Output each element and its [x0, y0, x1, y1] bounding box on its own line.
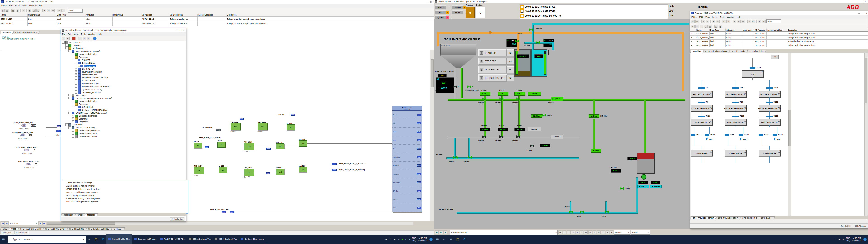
dwin-tab-function blocks[interactable]: Function Blocks — [729, 50, 747, 53]
sfc-transition[interactable] — [691, 134, 695, 135]
wp-toolbar-icon-8[interactable]: ◫ — [593, 231, 596, 234]
cb-tree-label[interactable]: Programs — [79, 121, 88, 123]
cb-tree-item[interactable]: +System - (CRUSHER1.Slow) — [61, 109, 185, 111]
dwin-grid-cell[interactable]: ADT1.0.11.1 — [754, 39, 767, 43]
dwin-sfc-toolbar-icon-4[interactable]: ▣ — [708, 25, 712, 28]
dwin-grid-cell[interactable]: bool — [710, 43, 725, 47]
cb-toolbar-icon-0[interactable]: ▢ — [62, 37, 65, 40]
dwin-grid-cell[interactable]: 1 — [690, 32, 696, 35]
dwin-grid-cell[interactable]: 4 — [690, 43, 696, 47]
taskbar-app-button[interactable]: Diagram - ADT_Ap... — [132, 234, 158, 244]
wp-toolbar-icon-6[interactable]: ▦ — [584, 231, 588, 234]
cb-tree-item[interactable]: +FlushingTanklevelcont — [61, 70, 185, 73]
fbd-tag[interactable]: false — [266, 148, 271, 150]
valve-icon-yv033[interactable] — [468, 156, 472, 159]
cb-tree-item[interactable]: +Libraries — [61, 44, 185, 47]
valve-icon-yv036[interactable] — [552, 97, 556, 100]
alarm-row[interactable]: 19-04-26 15:37:59:975 LT021 — [520, 4, 668, 9]
tree-expander-icon[interactable]: + — [72, 129, 74, 132]
tree-expander-icon[interactable]: + — [75, 67, 77, 70]
editor-bottom-tab-sfc_tailings_stop[interactable]: SFC_TAILINGS_STOP — [43, 227, 68, 230]
editor-zoom-combo[interactable]: 100%⌄ — [68, 8, 83, 13]
pump-p301-icon[interactable] — [641, 174, 647, 180]
graphic-gval-12.5-bar[interactable]: 12.5 bar — [531, 114, 542, 118]
fbd-block-tof[interactable]: TOfTOf_1222520s—PT — [258, 123, 268, 130]
dwin-grid-row[interactable]: 3ST03_PU511_HCboolretainADT1.0.11.1A pum… — [690, 39, 868, 43]
rst-button-2[interactable]: RST — [507, 66, 515, 73]
alarm-group-button-system[interactable]: System — [435, 16, 446, 20]
dwin-menu-view[interactable]: View — [705, 16, 710, 18]
cb-tree-label[interactable]: Diagrams — [79, 118, 88, 120]
sfc-button-stop-sfc[interactable]: STOP SFC — [478, 58, 507, 65]
dwin-grid-cell[interactable]: 3 — [690, 39, 696, 43]
cb-maximize-icon[interactable]: ▢ — [180, 29, 182, 31]
alarm-ack-cell[interactable] — [520, 5, 524, 9]
fbd-block-or[interactable]: oror:218 — [194, 143, 202, 148]
dwin-menu-editor[interactable]: Editor — [691, 16, 697, 18]
dwin-toolbar-icon-16[interactable]: ▼ — [747, 20, 751, 23]
wp-toolbar-icon-3[interactable]: ✎ — [571, 231, 575, 234]
dwin-sfc-toolbar-icon-6[interactable]: ◫ — [714, 25, 718, 28]
graphic-bval-91.9[interactable]: 91.9 — [534, 55, 544, 58]
search-icon[interactable]: ○ — [441, 235, 447, 244]
cb-tree-label[interactable]: FLOTATION — [69, 41, 81, 43]
tray-icon-0[interactable]: ☁ — [385, 238, 387, 241]
cb-tree-item[interactable]: +⚠Drainpumps — [61, 64, 185, 67]
editor-bottom-tab-s_reset[interactable]: S_RESET — [111, 227, 125, 230]
fbd-pin-value[interactable]: false — [416, 164, 421, 166]
cb-tree-label[interactable]: Connected Libraries — [79, 132, 98, 135]
editor-grid-cell[interactable]: ADT1.0.11.1.1 — [141, 22, 169, 26]
graphic-bval-0.0-bar[interactable]: 0.0 bar — [498, 128, 508, 131]
cb-minimize-icon[interactable]: — — [176, 29, 178, 31]
cb-tree-label[interactable]: Connected Applications — [79, 129, 101, 132]
tray-icon-5[interactable]: ⌁ — [405, 238, 406, 241]
graphic-gval-17.4-bar[interactable]: 17.4 bar — [515, 92, 525, 96]
fbd-tag[interactable]: false — [332, 169, 337, 171]
valve-icon[interactable] — [467, 85, 471, 88]
dwin-bottom-tab-sfc_tailings_start[interactable]: SFC_TAILINGS_START — [690, 216, 716, 219]
wp-toolbar-icon-11[interactable]: ▼ — [606, 231, 609, 234]
wp-toolbar-icon-7[interactable]: ▤ — [588, 231, 592, 234]
minimize-icon[interactable]: — — [426, 1, 428, 3]
editor-toolbar-icon-1[interactable]: ▥ — [5, 9, 9, 12]
tree-expander-icon[interactable]: + — [75, 65, 77, 67]
editor-menu-tools[interactable]: Tools — [22, 4, 27, 7]
cb-tree-item[interactable]: BLOWER — [61, 59, 185, 61]
tree-expander-icon[interactable]: + — [72, 118, 74, 120]
fbd-block-tof[interactable]: TOfTOf_1121720s—PT — [230, 123, 241, 130]
tree-expander-icon[interactable]: + — [75, 70, 77, 73]
graphic-bval-0.0-bar[interactable]: 0.0 bar — [480, 128, 490, 131]
valve-icon-yv003[interactable] — [620, 187, 624, 190]
fbd-block-or[interactable]: oror:235 — [219, 167, 227, 173]
graphic-bval-0.0-%[interactable]: 0.0 % — [638, 181, 648, 184]
fbd-pin-value[interactable]: false — [416, 131, 421, 133]
fbd-pin-value[interactable]: true — [417, 139, 421, 141]
editor-grid-cell[interactable]: false — [28, 22, 56, 26]
fbd-pin-value[interactable]: false — [416, 148, 421, 150]
cb-tree-item[interactable]: +Diagrams — [61, 117, 185, 120]
cb-menu-edit[interactable]: Edit — [68, 33, 72, 35]
cb-tree-label[interactable]: ADT_ORG — [75, 94, 86, 96]
editor-grid-cell[interactable]: ST03_PU517_ — [0, 17, 28, 21]
editor-grid-row[interactable]: ST03_PU517_falseboolretainADT1.0.11.1.1T… — [0, 22, 434, 26]
valve-icon[interactable] — [453, 85, 457, 88]
graphic-gval-6.6-bar[interactable]: 6.6 bar — [480, 92, 490, 96]
tree-expander-icon[interactable]: + — [75, 79, 77, 82]
fbd-variable-label[interactable]: ST03_PU511_MA01_ACT1 — [16, 146, 37, 148]
tree-expander-icon[interactable]: + — [75, 73, 77, 76]
dwin-bottom-tab-sfc_back_[interactable]: SFC_BACK_ — [758, 216, 775, 219]
dwin-menu-window[interactable]: Window — [727, 16, 734, 18]
fbd-variable-label[interactable]: ST03_PU511_MA01_SW — [13, 122, 33, 124]
fbd-pin-value[interactable]: false — [416, 173, 421, 175]
dwin-tab-communication variables[interactable]: Communication Variables — [703, 50, 730, 53]
valve-icon-yv020[interactable] — [580, 210, 584, 214]
cb-tree-label[interactable]: Libraries — [72, 44, 81, 47]
wp-toolbar-icon-1[interactable]: ▢ — [563, 231, 566, 234]
dwin-grid-cell[interactable] — [767, 43, 787, 47]
sfc-button-flushing-sfc[interactable]: FLUSHING SFC — [478, 66, 507, 73]
valve-icon-yv010[interactable] — [604, 210, 609, 214]
editor-menu-edit[interactable]: Edit — [9, 4, 13, 7]
tree-expander-icon[interactable]: − — [65, 123, 68, 126]
tree-expander-icon[interactable]: + — [72, 115, 74, 117]
dwin-menu-tools[interactable]: Tools — [720, 16, 724, 18]
